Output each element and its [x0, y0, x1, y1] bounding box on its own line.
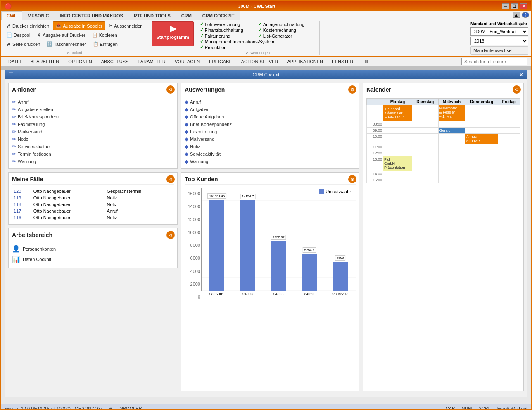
einfuegen-button[interactable]: 📋 Einfügen [90, 40, 121, 48]
ausschneiden-button[interactable]: ✂ Ausschneiden [106, 21, 145, 30]
aktionen-item-brief[interactable]: ✏Brief-Korrespondenz [12, 113, 174, 121]
arbeitsbereich-datencockpit[interactable]: 📊 Daten Cockpit [12, 254, 174, 264]
legend-color [319, 189, 324, 194]
bar-col-24003[interactable]: 14154.7 [233, 188, 264, 291]
taschenrechner-button[interactable]: 🔢 Taschenrechner [44, 40, 89, 48]
window-close-button[interactable]: ✕ [519, 71, 524, 78]
tab-crm[interactable]: CRM [176, 11, 197, 20]
auswertungen-item-anruf[interactable]: ◆Anruf [185, 98, 356, 106]
chart-legend: Umsatz/Jahr [316, 188, 354, 195]
arbeitsbereich-personenkonten[interactable]: 👤 Personenkonten [12, 244, 174, 254]
auswertungen-item-brief[interactable]: ◆Brief-Korrespondenz [185, 121, 356, 128]
ausgabe-spooler-button[interactable]: 📤 Ausgabe in Spooler [53, 21, 105, 30]
bar-24026: 5754.7 [302, 254, 317, 291]
aktionen-item-anruf[interactable]: ✏Anruf [12, 98, 174, 106]
faelle-config-icon[interactable]: ⚙ [166, 175, 175, 183]
faelle-link-116[interactable]: 116 [14, 215, 21, 220]
faelle-link-120[interactable]: 120 [14, 189, 21, 194]
status-spooler: SPOOLER [120, 406, 142, 410]
help-button[interactable]: ? [522, 12, 529, 18]
faelle-link-118[interactable]: 118 [14, 202, 21, 207]
menu-fenster[interactable]: FENSTER [328, 58, 357, 65]
bar-col-230a001[interactable]: 14156.045 [202, 188, 233, 291]
cal-event-mittwoch-header[interactable]: Maierhofer& Fessler– 1. Mai [438, 105, 465, 121]
auswertungen-item-warnung[interactable]: ◆Warnung [185, 158, 356, 165]
ausgabe-drucker-button[interactable]: 🖨 Ausgabe auf Drucker [34, 31, 88, 39]
cal-event-figl[interactable]: FiglGmbH –Präsentation [383, 156, 412, 171]
aktionen-item-fax[interactable]: ✏Faxmitteilung [12, 121, 174, 128]
tab-mesonic[interactable]: MESONIC [22, 11, 54, 20]
auswertungen-item-fax[interactable]: ◆Faxmitteilung [185, 128, 356, 135]
table-row[interactable]: 120 Otto Nachgebauer Gesprächstermin [12, 188, 174, 194]
despool-button[interactable]: 📄 Despool [4, 31, 33, 39]
arbeitsbereich-config-icon[interactable]: ⚙ [166, 231, 175, 239]
aktionen-item-service[interactable]: ✏Serviceaktivitaet [12, 143, 174, 150]
cal-header-montag: Montag [383, 99, 412, 105]
menu-hilfe[interactable]: HILFE [359, 58, 379, 65]
cal-event-gerald[interactable]: Gerald [438, 128, 465, 134]
mandantenwechsel-button[interactable]: Mandantenwechsel [470, 46, 528, 55]
aktionen-config-icon[interactable]: ⚙ [166, 85, 175, 94]
kalender-config-icon[interactable]: ⚙ [513, 85, 521, 94]
bar-col-230sv07[interactable]: 4590 [325, 188, 356, 291]
aktionen-item-termin[interactable]: ✏Termin festlegen [12, 150, 174, 158]
close-button[interactable]: ✕ [520, 3, 527, 9]
bar-col-24026[interactable]: 5754.7 [294, 188, 325, 291]
auswertungen-item-mail[interactable]: ◆Mailversand [185, 135, 356, 143]
x-label-24008: 24008 [263, 292, 294, 296]
aktionen-item-warnung[interactable]: ✏Warnung [12, 158, 174, 165]
auswertungen-panel: Auswertungen ⚙ ◆Anruf ◆Aufgaben ◆Offene … [181, 83, 359, 169]
auswertungen-item-aufgaben[interactable]: ◆Aufgaben [185, 106, 356, 113]
table-row[interactable]: 116 Otto Nachgebauer Notiz [12, 214, 174, 221]
drucker-button[interactable]: 🖨 Drucker einrichten [4, 21, 52, 30]
year-select[interactable]: 2013 [470, 37, 528, 45]
cal-event-annas[interactable]: AnnasSportwelt [465, 134, 498, 144]
table-row[interactable]: 119 Otto Nachgebauer Notiz [12, 194, 174, 201]
auswertungen-item-notiz[interactable]: ◆Notiz [185, 143, 356, 150]
tab-rtf[interactable]: RTF UND TOOLS [128, 11, 176, 20]
table-row[interactable]: 118 Otto Nachgebauer Notiz [12, 201, 174, 208]
bar-col-24008[interactable]: 7652.82 [263, 188, 294, 291]
tab-cwl[interactable]: CWL [1, 11, 22, 20]
menu-applikationen[interactable]: APPLIKATIONEN [283, 58, 327, 65]
restore-button[interactable]: ❒ [511, 3, 518, 9]
chart-container: Umsatz/Jahr 16000 14000 12000 10000 8000… [185, 188, 356, 308]
mandant-section: Mandant und Wirtschaftsjahr 300M - Fun_W… [470, 21, 528, 55]
minimize-button[interactable]: ─ [502, 3, 509, 9]
menu-actionserver[interactable]: ACTION SERVER [238, 58, 282, 65]
menu-freigabe[interactable]: FREIGABE [205, 58, 236, 65]
arbeitsbereich-title: Arbeitsbereich [12, 232, 174, 240]
tab-infocenter[interactable]: INFO CENTER UND MAKROS [54, 11, 128, 20]
menu-datei[interactable]: DATEI [5, 58, 25, 65]
topkunden-config-icon[interactable]: ⚙ [348, 175, 356, 183]
spooler-icon: 📤 [56, 23, 62, 28]
menu-optionen[interactable]: OPTIONEN [64, 58, 95, 65]
cal-header-donnerstag: Donnerstag [465, 99, 498, 105]
menu-vorlagen[interactable]: VORLAGEN [171, 58, 204, 65]
x-label-24026: 24026 [294, 292, 325, 296]
calc-icon: 🔢 [47, 41, 52, 47]
bar-24008: 7652.82 [271, 241, 286, 291]
table-row[interactable]: 117 Otto Nachgebauer Anruf [12, 208, 174, 214]
faelle-link-117[interactable]: 117 [14, 209, 21, 213]
kopieren-button[interactable]: 📋 Kopieren [89, 31, 120, 39]
menu-parameter[interactable]: PARAMETER [134, 58, 169, 65]
bar-24003: 14154.7 [240, 200, 255, 291]
cal-event-montag-header[interactable]: ReinhardObermaier– GF-Tagun [383, 105, 412, 121]
aktionen-item-notiz[interactable]: ✏Notiz [12, 135, 174, 143]
aktionen-item-mail[interactable]: ✏Mailversand [12, 128, 174, 135]
ribbon-collapse-button[interactable]: ▲ [513, 12, 520, 18]
search-input[interactable] [461, 58, 527, 65]
seite-button[interactable]: 🖨 Seite drucken [4, 40, 43, 48]
mandant-select[interactable]: 300M - Fun_Workout [470, 27, 528, 36]
fakturierung-item: ✓ Fakturierung [200, 33, 258, 38]
auswertungen-config-icon[interactable]: ⚙ [348, 85, 356, 94]
startprogramm-button[interactable]: ▶ Startprogramm [152, 21, 193, 46]
aktionen-item-aufgabe[interactable]: ✏Aufgabe erstellen [12, 106, 174, 113]
tab-crmcockpit[interactable]: CRM COCKPIT [197, 11, 240, 20]
menu-bearbeiten[interactable]: BEARBEITEN [27, 58, 63, 65]
auswertungen-item-offene[interactable]: ◆Offene Aufgaben [185, 113, 356, 121]
auswertungen-item-service[interactable]: ◆Serviceaktivität [185, 150, 356, 158]
faelle-link-119[interactable]: 119 [14, 195, 21, 200]
menu-abschluss[interactable]: ABSCHLUSS [97, 58, 133, 65]
